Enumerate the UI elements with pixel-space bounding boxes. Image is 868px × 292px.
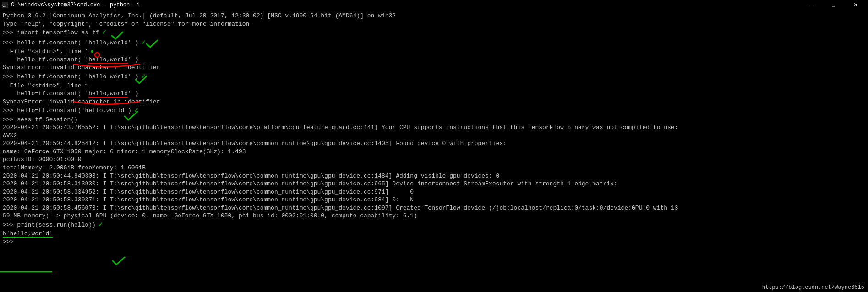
- line-12: >>> hello=tf.constant('hello,world')✓: [3, 106, 865, 116]
- line-4: >>> hello=tf.constant( 'hello,world' )✓: [3, 38, 865, 48]
- close-button[interactable]: ✕: [845, 0, 866, 10]
- line-25: 59 MB memory) -> physical GPU (device: 0…: [3, 212, 865, 220]
- titlebar: C:\ C:\windows\system32\cmd.exe - python…: [0, 0, 868, 10]
- line-10: hello=tf.constant( 'hello,world' ): [3, 90, 865, 98]
- line-3: >>> import tensorflow as tf✓: [3, 28, 865, 38]
- line-18: pciBusID: 0000:01:00.0: [3, 156, 865, 164]
- line-2: Type "help", "copyright", "credits" or "…: [3, 20, 865, 28]
- titlebar-left: C:\ C:\windows\system32\cmd.exe - python…: [2, 2, 140, 8]
- line-1: Python 3.6.2 |Continuum Analytics, Inc.|…: [3, 12, 865, 20]
- line-27: b'hello,world': [3, 230, 865, 238]
- line-11: SyntaxError: invalid character in identi…: [3, 98, 865, 106]
- line-26: >>> print(sess.run(hello))✓: [3, 220, 865, 230]
- statusbar: https://blog.csdn.net/Wayne6515: [0, 283, 868, 292]
- line-17: name: GeForce GTX 1050 major: 6 minor: 1…: [3, 148, 865, 156]
- cmd-icon: C:\: [2, 2, 8, 8]
- line-23: 2020-04-21 20:50:58.339371: I T:\src\git…: [3, 196, 865, 204]
- line-20: 2020-04-21 20:50:44.840303: I T:\src\git…: [3, 172, 865, 180]
- statusbar-url: https://blog.csdn.net/Wayne6515: [762, 284, 864, 291]
- line-13: >>> sess=tf.Session(): [3, 116, 865, 124]
- line-16: 2020-04-21 20:50:44.825412: I T:\src\git…: [3, 140, 865, 148]
- line-22: 2020-04-21 20:50:58.334952: I T:\src\git…: [3, 188, 865, 196]
- line-19: totalMemory: 2.00GiB freeMemory: 1.60GiB: [3, 164, 865, 172]
- maximize-button[interactable]: □: [823, 0, 844, 10]
- window: C:\ C:\windows\system32\cmd.exe - python…: [0, 0, 868, 292]
- terminal: Python 3.6.2 |Continuum Analytics, Inc.|…: [0, 10, 868, 283]
- line-7: SyntaxError: invalid character in identi…: [3, 64, 865, 72]
- line-14: 2020-04-21 20:50:43.765552: I T:\src\git…: [3, 124, 865, 132]
- titlebar-controls: ─ □ ✕: [801, 0, 866, 10]
- line-24: 2020-04-21 20:50:58.456073: I T:\src\git…: [3, 204, 865, 212]
- line-9: File "<stdin>", line 1: [3, 82, 865, 90]
- line-6: hello=tf.constant( 'hello,world' ): [3, 56, 865, 64]
- minimize-button[interactable]: ─: [801, 0, 822, 10]
- line-15: AVX2: [3, 132, 865, 140]
- line-28: >>>: [3, 238, 865, 246]
- line-5: File "<stdin>", line 1●: [3, 48, 865, 56]
- svg-text:C:\: C:\: [2, 3, 8, 8]
- line-8: >>> hello=tf.constant( 'hello_world' )✓: [3, 72, 865, 82]
- titlebar-title: C:\windows\system32\cmd.exe - python -i: [11, 2, 140, 8]
- line-21: 2020-04-21 20:50:58.313930: I T:\src\git…: [3, 180, 865, 188]
